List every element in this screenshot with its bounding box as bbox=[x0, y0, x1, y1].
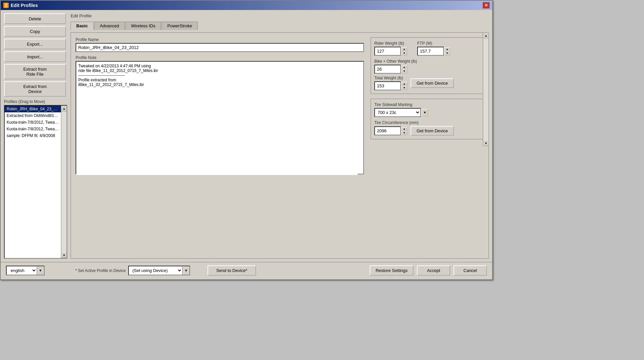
rider-weight-spinbtns: ▲ ▼ bbox=[401, 47, 407, 55]
right-panel: Edit Profile Basic Advanced Wireless IDs… bbox=[71, 13, 489, 259]
note-scroll-up[interactable]: ▲ bbox=[483, 33, 489, 38]
edit-profile-label: Edit Profile bbox=[71, 13, 489, 18]
rider-weight-field: Rider Weight (lb) ▲ ▼ bbox=[374, 41, 407, 56]
total-weight-input[interactable] bbox=[374, 81, 401, 90]
profile-items: Robin_JRH_iBike_04_23_2012 Extracted fro… bbox=[5, 106, 61, 139]
profile-note-textarea[interactable]: Tweaked on 4/22/2013 4:47:46 PM using ri… bbox=[76, 62, 358, 175]
language-dropdown[interactable]: english deutsch français español ▼ bbox=[6, 266, 45, 275]
profile-item-2[interactable]: Kuota-train-7/8/2012, Tweaked 8/27/2012 bbox=[5, 119, 61, 126]
tire-circ-down[interactable]: ▼ bbox=[401, 131, 407, 135]
tab-content-basic: Profile Name Profile Note Tweaked on 4/2… bbox=[71, 32, 489, 259]
rider-weight-spinner: ▲ ▼ bbox=[374, 47, 407, 56]
basic-content: Profile Name Profile Note Tweaked on 4/2… bbox=[76, 37, 484, 174]
tire-circ-row: ▲ ▼ Get from Device bbox=[374, 126, 480, 136]
left-area: Delete Copy Export... Import... Extract … bbox=[4, 13, 67, 259]
weight-row-1: Rider Weight (lb) ▲ ▼ bbox=[374, 41, 480, 56]
export-button[interactable]: Export... bbox=[4, 39, 66, 49]
right-fields: Rider Weight (lb) ▲ ▼ bbox=[371, 37, 484, 174]
set-active-arrow[interactable]: ▼ bbox=[182, 267, 189, 275]
total-weight-field: Total Weight (lb) ▲ ▼ bbox=[374, 76, 407, 90]
note-scrollbar: ▲ ▼ bbox=[483, 33, 488, 146]
set-active-select[interactable]: (Set using Device) Profile 1 Profile 2 bbox=[129, 266, 182, 275]
rider-weight-input[interactable] bbox=[374, 47, 401, 56]
bike-weight-up[interactable]: ▲ bbox=[401, 65, 407, 69]
ftp-label: FTP (W) bbox=[417, 41, 450, 46]
profile-item-3[interactable]: Kuota-train-7/8/2012, Tweaked 8/27/2012 bbox=[5, 126, 61, 132]
profile-item-1[interactable]: Extracted from OldWind8Stem_01_ bbox=[5, 112, 61, 119]
ftp-down[interactable]: ▼ bbox=[444, 51, 450, 55]
tab-basic[interactable]: Basic bbox=[71, 22, 94, 30]
total-weight-label: Total Weight (lb) bbox=[374, 76, 407, 80]
profiles-label: Profiles (Drag to Move) bbox=[4, 99, 67, 104]
note-scroll-down[interactable]: ▼ bbox=[483, 140, 489, 146]
bottom-bar: english deutsch français español ▼ * Set… bbox=[1, 262, 492, 279]
delete-button[interactable]: Delete bbox=[4, 13, 66, 24]
profile-note-label: Profile Note bbox=[76, 55, 364, 60]
ftp-up[interactable]: ▲ bbox=[444, 47, 450, 51]
language-select[interactable]: english deutsch français español bbox=[7, 266, 37, 275]
tire-sidewall-select[interactable]: 700 x 23c 700 x 25c 700 x 28c 26 x 1.5 2… bbox=[374, 108, 421, 117]
extract-device-button[interactable]: Extract from Device bbox=[4, 81, 66, 97]
profile-name-input[interactable] bbox=[76, 43, 364, 52]
close-button[interactable]: ✕ bbox=[483, 2, 489, 8]
get-from-device-weight-button[interactable]: Get from Device bbox=[411, 78, 454, 88]
profiles-scroll-up[interactable]: ▲ bbox=[61, 106, 67, 111]
window-title: Edit Profiles bbox=[11, 3, 38, 8]
set-active-section: * Set Active Profile in Device (Set usin… bbox=[75, 266, 190, 275]
main-layout: Delete Copy Export... Import... Extract … bbox=[1, 10, 492, 262]
tire-circumference-input[interactable] bbox=[374, 126, 401, 135]
total-weight-spinner: ▲ ▼ bbox=[374, 81, 407, 90]
extract-ride-button[interactable]: Extract from Ride File bbox=[4, 64, 66, 79]
left-fields: Profile Name Profile Note Tweaked on 4/2… bbox=[76, 37, 364, 174]
copy-button[interactable]: Copy bbox=[4, 26, 66, 37]
ftp-field: FTP (W) ▲ ▼ bbox=[417, 41, 450, 56]
import-button[interactable]: Import... bbox=[4, 51, 66, 62]
tab-advanced[interactable]: Advanced bbox=[94, 22, 125, 30]
send-to-device-button[interactable]: Send to Device* bbox=[207, 265, 256, 276]
tab-powerstroke[interactable]: PowerStroke bbox=[161, 22, 197, 30]
weight-section: Rider Weight (lb) ▲ ▼ bbox=[371, 37, 484, 94]
app-icon: Z bbox=[3, 3, 9, 8]
tabs: Basic Advanced Wireless IDs PowerStroke bbox=[71, 22, 489, 30]
ftp-spinner: ▲ ▼ bbox=[417, 47, 450, 56]
tire-circ-up[interactable]: ▲ bbox=[401, 127, 407, 131]
get-from-device-tire-button[interactable]: Get from Device bbox=[411, 126, 454, 136]
tab-wireless-ids[interactable]: Wireless IDs bbox=[126, 22, 161, 30]
left-buttons: Delete Copy Export... Import... Extract … bbox=[4, 13, 67, 97]
restore-settings-button[interactable]: Restore Settings bbox=[370, 265, 414, 276]
cancel-button[interactable]: Cancel bbox=[454, 265, 487, 276]
profiles-section: Profiles (Drag to Move) Robin_JRH_iBike_… bbox=[4, 99, 67, 259]
tire-circumference-label: Tire Circumference (mm) bbox=[374, 120, 480, 125]
profile-name-label: Profile Name bbox=[76, 37, 364, 42]
tire-sidewall-label: Tire Sidewall Marking bbox=[374, 102, 480, 107]
bike-weight-spinbtns: ▲ ▼ bbox=[401, 65, 407, 73]
profiles-scroll-down[interactable]: ▼ bbox=[61, 252, 67, 258]
tire-dropdown-arrow[interactable]: ▼ bbox=[422, 109, 428, 116]
accept-button[interactable]: Accept bbox=[417, 265, 450, 276]
set-active-note: * Set Active Profile in Device bbox=[75, 268, 126, 273]
bike-weight-row: Bike + Other Weight (lb) ▲ ▼ bbox=[374, 59, 480, 74]
bottom-left: english deutsch français español ▼ bbox=[6, 266, 45, 275]
rider-weight-up[interactable]: ▲ bbox=[401, 47, 407, 51]
rider-weight-label: Rider Weight (lb) bbox=[374, 41, 407, 46]
note-scroll-track[interactable] bbox=[483, 38, 488, 140]
ftp-spinbtns: ▲ ▼ bbox=[444, 47, 450, 55]
lang-dropdown-arrow[interactable]: ▼ bbox=[37, 267, 44, 275]
main-window: Z Edit Profiles ✕ Delete Copy Export... … bbox=[0, 0, 493, 280]
profile-item-4[interactable]: sample: DFPM fit: 4/9/2008 bbox=[5, 132, 61, 139]
tire-section: Tire Sidewall Marking 700 x 23c 700 x 25… bbox=[371, 99, 484, 139]
profiles-scroll-track[interactable] bbox=[61, 111, 67, 252]
total-weight-down[interactable]: ▼ bbox=[401, 86, 407, 90]
profiles-list-container: Robin_JRH_iBike_04_23_2012 Extracted fro… bbox=[4, 105, 67, 259]
bike-weight-input[interactable] bbox=[374, 65, 401, 74]
tire-circ-spinner: ▲ ▼ bbox=[374, 126, 407, 135]
rider-weight-down[interactable]: ▼ bbox=[401, 51, 407, 55]
total-weight-up[interactable]: ▲ bbox=[401, 82, 407, 86]
ftp-input[interactable] bbox=[417, 47, 444, 56]
bike-weight-down[interactable]: ▼ bbox=[401, 69, 407, 73]
title-bar: Z Edit Profiles ✕ bbox=[1, 1, 492, 10]
profile-item-0[interactable]: Robin_JRH_iBike_04_23_2012 bbox=[5, 106, 61, 112]
set-active-dropdown[interactable]: (Set using Device) Profile 1 Profile 2 ▼ bbox=[128, 266, 190, 275]
bike-weight-label: Bike + Other Weight (lb) bbox=[374, 59, 480, 64]
tire-circumference-row: Tire Circumference (mm) ▲ ▼ bbox=[374, 120, 480, 136]
